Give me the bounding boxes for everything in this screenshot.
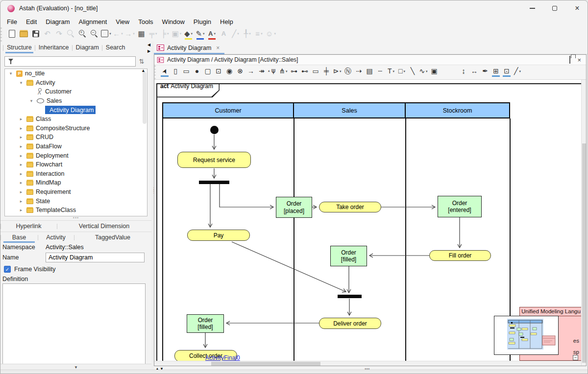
node-pay[interactable]: Pay	[187, 230, 250, 241]
save-project-button[interactable]	[30, 28, 41, 41]
line-width-button[interactable]: ╱	[230, 28, 241, 41]
partition-vertical-tool[interactable]: ▯	[170, 66, 181, 79]
pin-tool[interactable]: ✒	[480, 66, 490, 79]
activity-final-tool[interactable]: ◉	[224, 66, 235, 79]
connector-tool[interactable]: Ⓝ	[343, 66, 353, 79]
tree-item-sales[interactable]: Sales	[5, 96, 147, 106]
tree-expander-icon[interactable]	[18, 162, 24, 167]
node-order-placed[interactable]: Order [placed]	[276, 197, 312, 218]
menu-tools[interactable]: Tools	[134, 17, 157, 26]
tree-item-interaction[interactable]: Interaction	[5, 169, 147, 179]
line-color-button[interactable]: ✎	[195, 28, 206, 41]
tree-item-state[interactable]: State	[5, 196, 147, 206]
tab-structure[interactable]: Structure	[3, 43, 35, 52]
tab-inheritance[interactable]: Inheritance	[35, 43, 73, 52]
navigate-forward-button[interactable]: →	[124, 28, 135, 41]
note-tool[interactable]: ▤	[364, 66, 375, 79]
inner-restore-button[interactable]	[569, 56, 570, 63]
tab-taggedvalue[interactable]: TaggedValue	[74, 232, 151, 243]
fit-view-button[interactable]	[100, 28, 112, 41]
tree-expander-icon[interactable]	[18, 171, 24, 176]
maximize-button[interactable]	[543, 0, 566, 16]
note-collapse-icon[interactable]: −	[573, 355, 578, 360]
text-tool[interactable]: T	[386, 66, 396, 79]
line-jump-button[interactable]: ╱	[512, 66, 523, 79]
call-behavior-action-tool[interactable]: ⊡	[213, 66, 224, 79]
node-order-filled-customer[interactable]: Order [filled]	[187, 314, 224, 333]
menu-view[interactable]: View	[111, 17, 134, 26]
zoom-out-button[interactable]: −	[89, 28, 100, 41]
tab-diagram[interactable]: Diagram	[73, 43, 102, 52]
tree-expander-icon[interactable]	[18, 80, 24, 85]
pane-divider-handle[interactable]: •••	[0, 216, 151, 220]
select-tool[interactable]	[159, 66, 170, 79]
properties-toggle-button[interactable]: ⊡	[501, 66, 512, 79]
tree-item-activity-diagram[interactable]: Activity Diagram	[5, 105, 147, 115]
menu-plugin[interactable]: Plugin	[189, 17, 216, 26]
curve-tool[interactable]: ∿	[418, 66, 429, 79]
menu-alignment[interactable]: Alignment	[74, 17, 111, 26]
font-color-button[interactable]: A	[206, 28, 218, 41]
node-order-filled-sales[interactable]: Order [filled]	[330, 246, 367, 266]
node-join-bar[interactable]	[338, 295, 362, 298]
overview-panel[interactable]	[494, 316, 559, 355]
list-view-button[interactable]: ≡	[253, 28, 265, 41]
tree-item-deployment[interactable]: Deployment	[5, 151, 147, 160]
rectangle-tool[interactable]: □	[396, 66, 407, 79]
zoom-pointer-button[interactable]	[65, 28, 76, 41]
minimize-button[interactable]	[521, 0, 543, 16]
inner-close-button[interactable]: ×	[577, 57, 581, 63]
output-pin-tool[interactable]: ⊷	[299, 66, 310, 79]
tree-item-no-title[interactable]: no_title	[5, 69, 147, 78]
initial-node-tool[interactable]: ●	[192, 66, 202, 79]
tree-item-flowchart[interactable]: Flowchart	[5, 160, 147, 169]
tab-activity[interactable]: Activity	[38, 232, 74, 243]
structure-view-button[interactable]: ▦	[136, 28, 147, 41]
frame-toggle-button[interactable]: ⊞	[490, 66, 501, 79]
presentation-button[interactable]: ☺	[265, 28, 276, 41]
redo-button[interactable]: ↷	[53, 28, 65, 41]
tree-expander-icon[interactable]	[18, 135, 24, 140]
tree-expander-icon[interactable]	[7, 71, 14, 76]
tree-item-class[interactable]: Class	[5, 115, 147, 124]
frame-visibility-checkbox[interactable]	[4, 266, 11, 273]
tab-close-icon[interactable]: ×	[216, 45, 220, 51]
tree-expander-icon[interactable]	[18, 199, 24, 204]
sort-sync-icon[interactable]: ⇅	[136, 58, 147, 65]
tree-item-crud[interactable]: CRUD	[5, 133, 147, 142]
align-top-button[interactable]: ╤	[147, 28, 159, 41]
fork-node-tool[interactable]: ⋔	[267, 66, 278, 79]
tree-item-dataflow[interactable]: DataFlow	[5, 142, 147, 151]
tree-item-mindmap[interactable]: MindMap	[5, 178, 147, 187]
send-signal-tool[interactable]: ⊳	[332, 66, 343, 79]
constraint-tool[interactable]: ┄	[375, 66, 386, 79]
tree-expander-icon[interactable]	[18, 117, 24, 121]
tab-hyperlink[interactable]: Hyperlink	[0, 221, 57, 232]
diagram-window-titlebar[interactable]: Activity Diagram / Activity Diagram [Act…	[154, 55, 586, 65]
central-buffer-tool[interactable]: ╪	[321, 66, 332, 79]
node-take-order[interactable]: Take order	[319, 202, 381, 212]
tree-expander-icon[interactable]	[18, 153, 24, 158]
tree-expander-icon[interactable]	[28, 98, 35, 103]
name-field[interactable]	[46, 253, 145, 262]
tree-expander-icon[interactable]	[18, 189, 24, 194]
image-tool[interactable]: ▣	[429, 66, 440, 79]
filter-input[interactable]	[4, 56, 136, 67]
close-button[interactable]: ×	[566, 0, 588, 16]
menu-help[interactable]: Help	[216, 17, 238, 26]
menu-file[interactable]: File	[2, 17, 22, 26]
node-initial[interactable]	[210, 126, 219, 134]
menu-diagram[interactable]: Diagram	[41, 17, 74, 26]
expand-right-icon[interactable]: ▶	[147, 49, 150, 53]
align-left-button[interactable]: ╞	[159, 28, 171, 41]
node-fork-bar[interactable]	[199, 181, 229, 184]
tree-expander-icon[interactable]	[18, 144, 24, 149]
horizontal-dimension-tool[interactable]: ↔	[469, 66, 480, 79]
tree-item-activity[interactable]: Activity	[5, 78, 147, 88]
open-project-button[interactable]	[18, 28, 29, 41]
definition-textarea[interactable]	[2, 283, 146, 370]
tab-vertical-dimension[interactable]: Vertical Dimension	[57, 221, 151, 232]
collapse-left-icon[interactable]: ◀	[147, 43, 150, 47]
undo-button[interactable]: ↶	[42, 28, 53, 41]
control-flow-tool[interactable]: →	[245, 66, 256, 79]
